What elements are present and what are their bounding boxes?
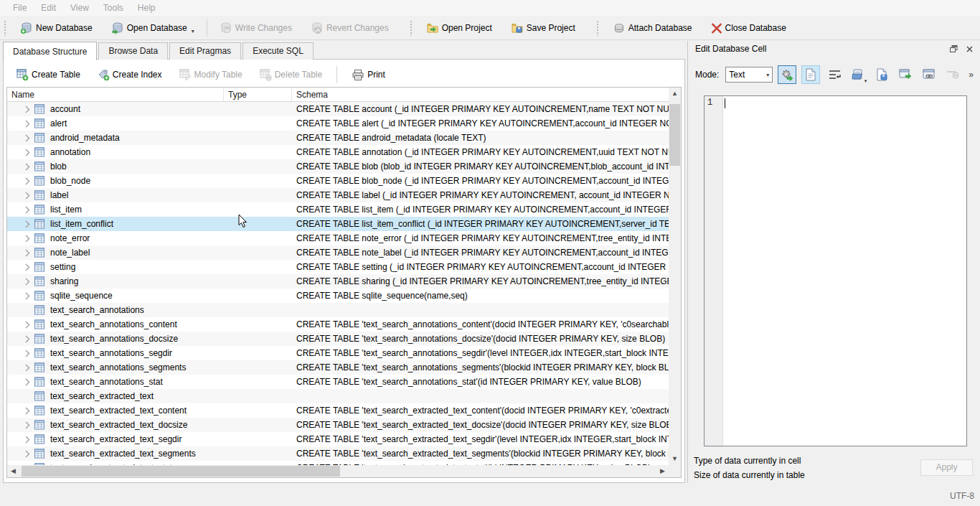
table-row[interactable]: blob CREATE TABLE blob (blob_id INTEGER …: [7, 159, 669, 174]
column-header-type[interactable]: Type: [224, 88, 292, 101]
table-row[interactable]: text_search_extracted_text: [7, 389, 669, 403]
chevron-right-icon[interactable]: [25, 192, 30, 200]
chevron-right-icon[interactable]: [25, 235, 30, 243]
scroll-left-icon[interactable]: ◀: [7, 465, 19, 477]
tab-database-structure[interactable]: Database Structure: [3, 42, 97, 60]
chevron-right-icon[interactable]: [25, 163, 30, 171]
toolbar-grip[interactable]: [410, 20, 413, 36]
create-index-button[interactable]: Create Index: [95, 66, 165, 84]
copy-link-button[interactable]: [920, 65, 938, 84]
chevron-right-icon[interactable]: [25, 450, 30, 458]
print-button[interactable]: Print: [349, 66, 388, 84]
chevron-right-icon[interactable]: [25, 206, 30, 214]
table-row[interactable]: text_search_extracted_text_segments CREA…: [7, 446, 669, 461]
chevron-right-icon[interactable]: [25, 350, 30, 357]
chevron-right-icon[interactable]: [25, 321, 30, 329]
table-row[interactable]: note_label CREATE TABLE note_label (_id …: [7, 245, 669, 260]
scroll-right-icon[interactable]: ▶: [656, 465, 669, 477]
chevron-right-icon[interactable]: [25, 134, 30, 142]
chevron-right-icon[interactable]: [25, 335, 30, 343]
toolbar-grip[interactable]: [4, 20, 7, 36]
mode-select[interactable]: Text ▾: [725, 67, 773, 83]
revert-changes-button[interactable]: Revert Changes: [306, 18, 394, 38]
tab-execute-sql[interactable]: Execute SQL: [242, 42, 314, 60]
table-row[interactable]: android_metadata CREATE TABLE android_me…: [7, 131, 669, 145]
open-project-button[interactable]: Open Project: [421, 18, 497, 38]
open-database-dropdown-icon[interactable]: ▾: [192, 28, 194, 34]
column-header-name[interactable]: Name: [7, 88, 224, 101]
word-wrap-button[interactable]: [825, 65, 844, 84]
attach-database-button[interactable]: Attach Database: [608, 18, 697, 38]
table-row[interactable]: text_search_annotations: [7, 303, 669, 317]
chevron-right-icon[interactable]: [25, 263, 30, 271]
table-row[interactable]: list_item CREATE TABLE list_item (_id IN…: [7, 202, 669, 217]
chevron-right-icon[interactable]: [25, 220, 30, 228]
table-row[interactable]: text_search_annotations_stat CREATE TABL…: [7, 375, 669, 389]
toolbar-overflow-button[interactable]: »: [967, 70, 975, 80]
modify-table-button[interactable]: Modify Table: [176, 66, 245, 84]
import-data-button[interactable]: ▾: [849, 65, 867, 84]
scroll-down-icon[interactable]: ▼: [669, 453, 681, 465]
close-database-button[interactable]: Close Database: [706, 19, 791, 37]
vertical-scrollbar-thumb[interactable]: [669, 104, 680, 166]
save-project-button[interactable]: Save Project: [506, 18, 580, 38]
table-row[interactable]: text_search_annotations_segments CREATE …: [7, 360, 669, 375]
table-row[interactable]: alert CREATE TABLE alert (_id INTEGER PR…: [7, 116, 669, 131]
table-row[interactable]: account CREATE TABLE account (_id INTEGE…: [7, 102, 669, 116]
chevron-right-icon[interactable]: [25, 249, 30, 257]
export-data-button[interactable]: [872, 65, 891, 84]
open-database-button[interactable]: Open Database ▾: [106, 18, 199, 38]
panel-splitter[interactable]: [687, 41, 688, 483]
tab-edit-pragmas[interactable]: Edit Pragmas: [169, 42, 241, 60]
apply-button[interactable]: Apply: [920, 459, 973, 476]
open-external-button[interactable]: [896, 65, 915, 84]
close-panel-icon[interactable]: [963, 43, 976, 55]
menu-view[interactable]: View: [63, 1, 96, 15]
chevron-right-icon[interactable]: [25, 407, 30, 415]
cell-editor-textarea[interactable]: 1: [704, 95, 967, 446]
chevron-right-icon[interactable]: [25, 378, 30, 386]
table-row[interactable]: blob_node CREATE TABLE blob_node (_id IN…: [7, 174, 669, 188]
new-database-button[interactable]: New Database: [15, 18, 98, 38]
table-row[interactable]: list_item_conflict CREATE TABLE list_ite…: [7, 217, 669, 231]
menu-tools[interactable]: Tools: [96, 1, 131, 15]
scroll-up-icon[interactable]: ▲: [669, 88, 681, 100]
chevron-right-icon[interactable]: [25, 149, 30, 156]
set-null-button[interactable]: [943, 65, 962, 84]
write-changes-button[interactable]: Write Changes: [215, 18, 297, 38]
vertical-scrollbar[interactable]: ▲ ▼: [669, 88, 681, 465]
table-row[interactable]: setting CREATE TABLE setting (_id INTEGE…: [7, 260, 669, 274]
column-header-schema[interactable]: Schema: [292, 88, 669, 101]
table-row[interactable]: sharing CREATE TABLE sharing (_id INTEGE…: [7, 274, 669, 289]
menu-edit[interactable]: Edit: [34, 1, 63, 15]
table-row[interactable]: text_search_annotations_segdir CREATE TA…: [7, 346, 669, 360]
tab-browse-data[interactable]: Browse Data: [98, 42, 168, 60]
apply-cell-button[interactable]: [778, 65, 796, 84]
chevron-right-icon[interactable]: [25, 436, 30, 444]
table-row[interactable]: text_search_annotations_docsize CREATE T…: [7, 332, 669, 346]
chevron-right-icon[interactable]: [25, 177, 30, 185]
horizontal-scrollbar-thumb[interactable]: [22, 466, 340, 477]
menu-help[interactable]: Help: [131, 1, 163, 15]
table-row[interactable]: text_search_extracted_text_content CREAT…: [7, 403, 669, 418]
create-table-button[interactable]: Create Table: [14, 66, 83, 84]
chevron-right-icon[interactable]: [25, 421, 30, 429]
table-row[interactable]: text_search_annotations_content CREATE T…: [7, 317, 669, 332]
table-row[interactable]: label CREATE TABLE label (_id INTEGER PR…: [7, 188, 669, 202]
toolbar-grip[interactable]: [596, 20, 600, 36]
delete-table-button[interactable]: Delete Table: [257, 66, 326, 84]
chevron-right-icon[interactable]: [25, 278, 30, 286]
table-row[interactable]: note_error CREATE TABLE note_error (_id …: [7, 231, 669, 245]
table-row[interactable]: text_search_extracted_text_segdir CREATE…: [7, 432, 669, 446]
float-panel-icon[interactable]: [947, 43, 960, 55]
table-row[interactable]: annotation CREATE TABLE annotation (_id …: [7, 145, 669, 159]
chevron-right-icon[interactable]: [25, 292, 30, 300]
menu-file[interactable]: File: [6, 1, 34, 15]
text-mode-button[interactable]: [801, 65, 820, 84]
chevron-right-icon[interactable]: [25, 364, 30, 372]
table-row[interactable]: sqlite_sequence CREATE TABLE sqlite_sequ…: [7, 289, 669, 303]
encoding-label[interactable]: UTF-8: [950, 491, 974, 501]
chevron-right-icon[interactable]: [25, 106, 30, 113]
table-row[interactable]: text_search_extracted_text_docsize CREAT…: [7, 418, 669, 432]
chevron-right-icon[interactable]: [25, 120, 30, 128]
